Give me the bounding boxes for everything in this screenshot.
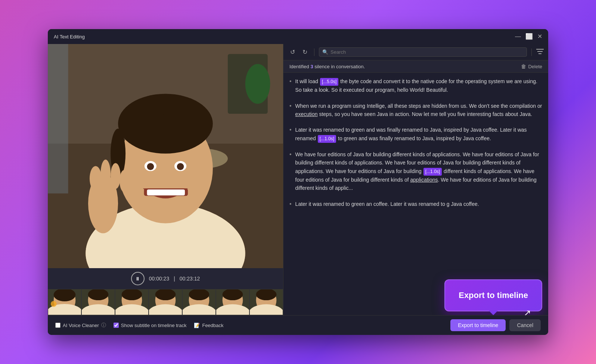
- timeline-thumb-1: [48, 289, 81, 315]
- silence-tag-1[interactable]: [...5.0s]: [320, 78, 338, 86]
- transcript-area[interactable]: • It will load [...5.0s] the byte code a…: [283, 73, 548, 315]
- silence-prefix: Identified: [289, 64, 310, 69]
- bullet-2: •: [289, 103, 292, 119]
- underlined-execution: execution: [295, 111, 318, 117]
- svg-point-23: [111, 163, 121, 189]
- svg-rect-6: [48, 44, 68, 194]
- filter-icon: [536, 48, 544, 54]
- redo-button[interactable]: ↻: [300, 47, 310, 57]
- window-title: AI Text Editing: [54, 34, 85, 40]
- search-input[interactable]: [330, 49, 524, 55]
- close-button[interactable]: ✕: [537, 34, 542, 40]
- show-subtitle-checkbox[interactable]: [114, 323, 119, 328]
- cancel-button[interactable]: Cancel: [509, 319, 541, 331]
- underlined-applications: applications: [410, 177, 438, 183]
- transcript-paragraph-1: • It will load [...5.0s] the byte code a…: [289, 77, 542, 94]
- bullet-5: •: [289, 201, 292, 208]
- svg-point-3: [245, 64, 270, 104]
- time-separator: |: [174, 276, 175, 282]
- bottom-bar: AI Voice Cleaner ⓘ Show subtitle on time…: [48, 315, 548, 335]
- bottom-right-controls: Export to timeline Cancel: [450, 319, 541, 331]
- ai-voice-cleaner-label: AI Voice Cleaner: [63, 323, 99, 328]
- minimize-button[interactable]: —: [515, 34, 521, 40]
- svg-point-13: [163, 106, 193, 126]
- timeline-thumb-5: [182, 289, 216, 315]
- timeline-thumb-2: [81, 289, 115, 315]
- popup-arrow: [489, 311, 498, 315]
- timeline-thumb-6: [216, 289, 249, 315]
- timeline-thumb-7: [249, 289, 283, 315]
- export-popup[interactable]: Export to timeline ↗: [444, 279, 542, 311]
- search-icon: 🔍: [322, 49, 328, 55]
- ai-voice-cleaner-checkbox[interactable]: [55, 323, 60, 328]
- bullet-3: •: [289, 126, 292, 143]
- para-text-2: When we run a program using Intellige, a…: [295, 102, 542, 119]
- bottom-left-controls: AI Voice Cleaner ⓘ Show subtitle on time…: [55, 322, 224, 329]
- maximize-button[interactable]: ⬜: [525, 34, 533, 40]
- window-controls: — ⬜ ✕: [515, 34, 542, 40]
- delete-icon: 🗑: [521, 63, 526, 69]
- feedback-label: Feedback: [202, 323, 223, 328]
- undo-button[interactable]: ↺: [288, 47, 297, 57]
- para-text-5: Later it was renamed to green an coffee.…: [295, 200, 479, 208]
- transcript-toolbar: ↺ ↻ 🔍: [283, 44, 548, 60]
- svg-point-22: [100, 160, 111, 188]
- svg-rect-55: [537, 51, 543, 52]
- svg-rect-56: [538, 53, 541, 54]
- export-popup-text: Export to timeline: [459, 291, 528, 300]
- silence-info: Identified 3 silence in conversation.: [289, 64, 365, 69]
- svg-point-29: [51, 301, 57, 307]
- silence-count: 3: [310, 64, 313, 69]
- info-icon[interactable]: ⓘ: [101, 322, 106, 329]
- silence-suffix: silence in conversation.: [313, 64, 365, 69]
- transcript-paragraph-5: • Later it was renamed to green an coffe…: [289, 200, 542, 208]
- svg-point-17: [177, 163, 184, 170]
- para-text-4: We have four editions of Java for buildi…: [295, 150, 542, 192]
- current-time: 00:00:23: [149, 276, 170, 282]
- main-content: ⏸ 00:00:23 | 00:23:12: [48, 44, 548, 315]
- transcript-panel: ↺ ↻ 🔍 Identifi: [283, 44, 548, 315]
- timeline-thumb-3: [115, 289, 149, 315]
- ai-voice-cleaner-group: AI Voice Cleaner ⓘ: [55, 322, 106, 329]
- bullet-1: •: [289, 78, 292, 94]
- cursor-icon: ↗: [524, 308, 531, 315]
- transcript-paragraph-3: • Later it was renamed to green and was …: [289, 126, 542, 143]
- para-text-3: Later it was renamed to green and was fi…: [295, 126, 542, 143]
- video-controls-bar: ⏸ 00:00:23 | 00:23:12: [48, 268, 283, 289]
- show-subtitle-group: Show subtitle on timeline track: [114, 323, 187, 328]
- search-box: 🔍: [319, 47, 527, 57]
- transcript-paragraph-2: • When we run a program using Intellige,…: [289, 102, 542, 119]
- silence-tag-3[interactable]: [...1.0s]: [423, 168, 442, 176]
- svg-point-11: [118, 94, 213, 154]
- timeline-strip: [48, 289, 283, 315]
- total-time: 00:23:12: [180, 276, 200, 282]
- toolbar-divider-2: [531, 48, 532, 56]
- delete-button[interactable]: 🗑 Delete: [521, 63, 542, 69]
- timeline-thumb-4: [149, 289, 182, 315]
- transcript-paragraph-4: • We have four editions of Java for buil…: [289, 150, 542, 192]
- feedback-icon: 📝: [194, 323, 200, 328]
- svg-rect-19: [147, 189, 185, 195]
- delete-label: Delete: [528, 64, 542, 69]
- export-timeline-button[interactable]: Export to timeline: [450, 319, 506, 331]
- video-display: [48, 44, 283, 268]
- svg-point-21: [90, 166, 102, 191]
- toolbar-divider: [314, 48, 314, 56]
- svg-rect-54: [536, 49, 544, 50]
- show-subtitle-label: Show subtitle on timeline track: [121, 323, 187, 328]
- video-frame: [48, 44, 283, 268]
- pause-button[interactable]: ⏸: [131, 272, 145, 285]
- silence-banner: Identified 3 silence in conversation. 🗑 …: [283, 60, 548, 73]
- svg-point-24: [119, 170, 128, 192]
- feedback-button[interactable]: 📝 Feedback: [194, 323, 223, 328]
- silence-tag-2[interactable]: [...1.0s]: [318, 135, 336, 143]
- main-window: AI Text Editing — ⬜ ✕: [48, 29, 548, 335]
- video-panel: ⏸ 00:00:23 | 00:23:12: [48, 44, 283, 315]
- filter-button[interactable]: [536, 48, 544, 56]
- svg-point-16: [147, 163, 154, 170]
- pause-icon: ⏸: [135, 276, 140, 282]
- title-bar: AI Text Editing — ⬜ ✕: [48, 29, 548, 44]
- para-text-1: It will load [...5.0s] the byte code and…: [295, 77, 542, 94]
- bullet-4: •: [289, 151, 292, 192]
